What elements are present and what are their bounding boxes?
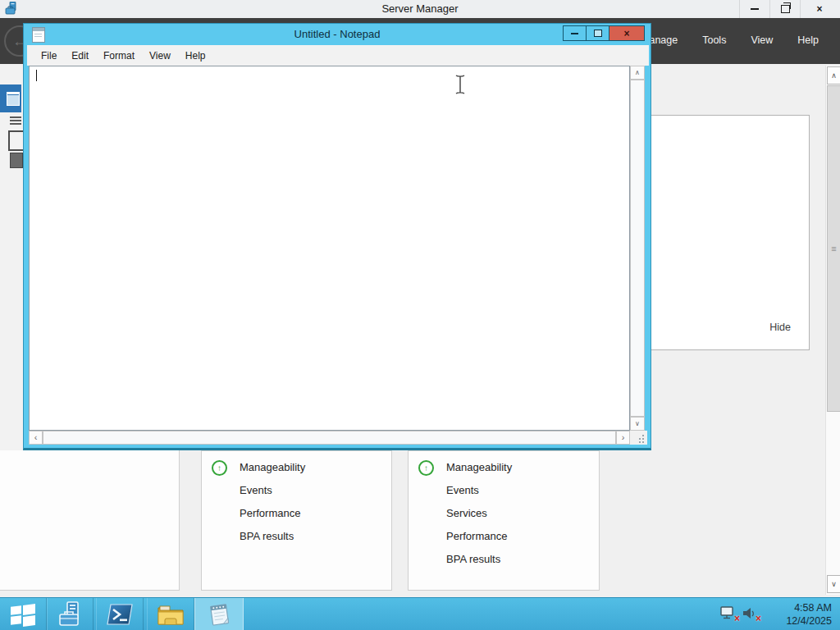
- np-minimize-button[interactable]: [563, 25, 587, 41]
- tile-row-bpa-results[interactable]: BPA results: [202, 525, 391, 548]
- start-button[interactable]: [0, 598, 47, 630]
- sidebar-icon-partial[interactable]: [10, 116, 21, 126]
- notepad-horizontal-scrollbar[interactable]: ‹ ›: [29, 431, 630, 445]
- menu-item-view[interactable]: View: [751, 34, 773, 46]
- scroll-down-button[interactable]: ∨: [630, 417, 645, 431]
- np-maximize-button[interactable]: [587, 25, 609, 41]
- taskbar: × × 4:58 AM 12/4/2025: [0, 597, 840, 630]
- scrollbar-thumb[interactable]: [43, 431, 616, 445]
- tile-row-label: Services: [446, 507, 487, 519]
- tile-row-label: Events: [240, 484, 272, 496]
- menu-item-edit[interactable]: Edit: [64, 50, 96, 62]
- restore-icon: [781, 5, 790, 13]
- error-badge-icon: ×: [734, 613, 740, 624]
- dashboard-tile-servers: ↑ Manageability Events Services Performa…: [408, 450, 600, 591]
- thumb-grip-icon: ≡: [831, 244, 836, 253]
- tile-row-performance[interactable]: Performance: [202, 502, 391, 525]
- hide-button[interactable]: Hide: [769, 322, 791, 333]
- dashboard-tile-roles: ↑ Manageability Events Performance BPA r…: [201, 450, 392, 591]
- tile-row-label: Performance: [446, 530, 507, 542]
- tile-row-performance[interactable]: Performance: [409, 525, 599, 548]
- notepad-text-area[interactable]: [29, 66, 630, 431]
- taskbar-notepad-button[interactable]: [194, 598, 244, 630]
- tile-row-label: Manageability: [446, 461, 512, 473]
- status-up-icon: ↑: [418, 460, 434, 476]
- chevron-up-icon: ∧: [831, 71, 837, 80]
- volume-muted-icon[interactable]: ×: [742, 606, 760, 623]
- text-caret: [36, 70, 37, 81]
- menu-item-file[interactable]: File: [34, 50, 64, 62]
- scroll-up-button[interactable]: ∧: [827, 66, 840, 84]
- sm-minimize-button[interactable]: [739, 0, 769, 18]
- scroll-up-button[interactable]: ∧: [630, 66, 645, 80]
- notepad-window-controls: ×: [563, 25, 645, 41]
- notepad-window: Untitled - Notepad × File Edit Format Vi…: [23, 23, 651, 450]
- sm-close-button[interactable]: ×: [800, 0, 838, 18]
- dashboard-tile-partial: [0, 450, 180, 591]
- network-status-icon[interactable]: ×: [720, 606, 738, 623]
- taskbar-clock[interactable]: 4:58 AM 12/4/2025: [763, 601, 840, 628]
- server-manager-titlebar[interactable]: Server Manager ×: [0, 0, 840, 18]
- server-manager-sidebar: [0, 64, 23, 450]
- scroll-left-button[interactable]: ‹: [29, 431, 43, 445]
- server-manager-scrollbar[interactable]: ∧ ≡ ∨: [825, 66, 840, 595]
- grip-dots-icon: [642, 435, 644, 436]
- sm-restore-button[interactable]: [769, 0, 800, 18]
- notepad-title: Untitled - Notepad: [24, 24, 651, 45]
- sidebar-icon-partial[interactable]: [10, 153, 23, 168]
- tile-row-label: Performance: [240, 507, 300, 519]
- tile-row-bpa-results[interactable]: BPA results: [409, 548, 599, 571]
- dashboard-icon: [7, 92, 20, 106]
- taskbar-file-explorer-button[interactable]: [147, 598, 194, 630]
- notepad-menubar: File Edit Format View Help: [27, 45, 649, 66]
- menu-item-help[interactable]: Help: [178, 50, 213, 62]
- server-manager-window-controls: ×: [739, 0, 838, 18]
- clock-date: 12/4/2025: [763, 614, 832, 628]
- powershell-icon: [107, 603, 133, 626]
- sidebar-item-dashboard[interactable]: [0, 84, 21, 112]
- server-manager-menu: Manage Tools View Help: [641, 34, 819, 46]
- menu-item-format[interactable]: Format: [96, 50, 142, 62]
- clock-time: 4:58 AM: [763, 601, 832, 614]
- server-manager-icon: [57, 601, 84, 628]
- taskbar-powershell-button[interactable]: [96, 598, 144, 630]
- tile-row-events[interactable]: Events: [202, 479, 391, 502]
- chevron-right-icon: ›: [622, 432, 625, 442]
- status-up-icon: ↑: [212, 460, 227, 476]
- notepad-icon: [206, 601, 232, 628]
- maximize-icon: [594, 30, 602, 37]
- desktop: Server Manager × ← Manage Tools View Hel…: [0, 0, 840, 630]
- minimize-icon: [571, 33, 578, 34]
- notepad-titlebar[interactable]: Untitled - Notepad ×: [24, 24, 651, 45]
- error-badge-icon: ×: [756, 613, 761, 624]
- file-explorer-icon: [157, 603, 185, 626]
- scrollbar-thumb[interactable]: [630, 80, 645, 417]
- tile-row-label: Events: [446, 484, 479, 496]
- scrollbar-thumb[interactable]: ≡: [827, 85, 840, 412]
- windows-logo-icon: [11, 604, 35, 625]
- chevron-down-icon: ∨: [635, 420, 640, 427]
- chevron-up-icon: ∧: [635, 69, 640, 76]
- tile-row-label: BPA results: [446, 553, 500, 565]
- np-close-button[interactable]: ×: [609, 25, 645, 41]
- menu-item-help[interactable]: Help: [797, 34, 819, 46]
- menu-item-view[interactable]: View: [142, 50, 178, 62]
- sidebar-icon-partial[interactable]: [8, 130, 25, 151]
- tile-row-label: Manageability: [240, 461, 305, 473]
- scroll-down-button[interactable]: ∨: [827, 575, 840, 593]
- tile-row-label: BPA results: [240, 530, 294, 542]
- system-tray: × × 4:58 AM 12/4/2025: [720, 598, 840, 630]
- tile-row-manageability[interactable]: ↑ Manageability: [202, 456, 391, 479]
- scroll-right-button[interactable]: ›: [616, 431, 630, 445]
- chevron-left-icon: ‹: [34, 432, 38, 442]
- taskbar-server-manager-button[interactable]: [47, 598, 94, 630]
- tile-row-events[interactable]: Events: [409, 479, 599, 502]
- tile-row-manageability[interactable]: ↑ Manageability: [409, 456, 599, 479]
- close-icon: ×: [623, 28, 629, 39]
- tile-row-services[interactable]: Services: [409, 502, 599, 525]
- resize-grip[interactable]: [630, 431, 647, 445]
- menu-item-tools[interactable]: Tools: [702, 34, 726, 46]
- close-icon: ×: [816, 3, 822, 15]
- server-manager-title: Server Manager: [0, 0, 840, 18]
- notepad-vertical-scrollbar[interactable]: ∧ ∨: [630, 66, 645, 431]
